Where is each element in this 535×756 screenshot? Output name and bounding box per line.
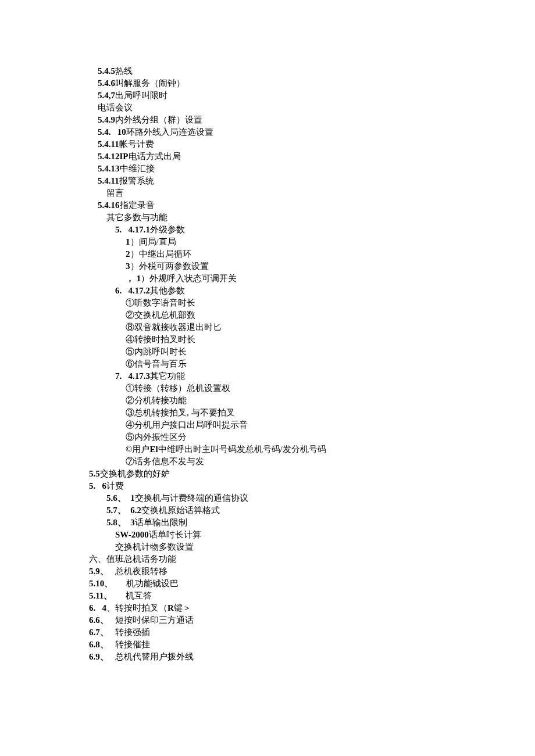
text-segment: 机互答 bbox=[126, 591, 152, 600]
text-segment: 交换机计物多数设置 bbox=[115, 542, 194, 551]
text-segment: 其他参数 bbox=[150, 286, 185, 295]
text-segment: ③总机转接拍叉, 与不要拍叉 bbox=[126, 408, 235, 417]
document-page: 5.4.5热线5.4.6叫解服务（闹钟）5.4,7出局呼叫限时电话会议5.4.9… bbox=[0, 0, 535, 663]
text-segment: 6.8、 bbox=[89, 640, 115, 649]
text-segment: 机功能钺设巴 bbox=[126, 579, 179, 588]
text-segment: 5.4. 10 bbox=[98, 127, 126, 137]
text-line: ④分机用户接口出局呼叫提示音 bbox=[126, 419, 488, 431]
text-line: 6. 4、转按时拍叉（R键＞ bbox=[89, 602, 488, 614]
text-segment: 交换机原始话箅格式 bbox=[141, 506, 220, 515]
text-segment: 短按吋保印三方通话 bbox=[115, 615, 194, 625]
text-segment: 6. 4.17.2 bbox=[115, 286, 150, 295]
text-line: 5.4.5热线 bbox=[98, 65, 488, 77]
text-line: ②分机转接功能 bbox=[126, 395, 488, 407]
text-line: 5.9、 总机夜眼转移 bbox=[89, 565, 488, 578]
text-line: ①听数字语音时长 bbox=[126, 297, 488, 309]
text-line: 6. 4.17.2其他参数 bbox=[115, 285, 488, 297]
text-line: 留言 bbox=[106, 187, 488, 199]
text-line: ⑤内跳呼叫时长 bbox=[126, 346, 488, 358]
text-line: 5.10、 机功能钺设巴 bbox=[89, 578, 488, 590]
text-line: 交换机计物多数设置 bbox=[115, 541, 488, 553]
text-segment: 5.4.9 bbox=[98, 115, 115, 124]
text-line: 5.6、 1交换机与计费终端的通信协议 bbox=[106, 492, 488, 504]
text-segment: ⑧双音就接收器退出时匕 bbox=[126, 323, 222, 332]
text-segment: 1 bbox=[126, 237, 130, 246]
text-line: ①转接（转移）总机设置权 bbox=[126, 382, 488, 395]
text-segment: ©用户 bbox=[126, 445, 149, 454]
text-segment: 其它功能 bbox=[150, 371, 185, 381]
text-segment: 5. 4.17.1 bbox=[115, 225, 150, 234]
text-segment: R bbox=[167, 603, 174, 612]
text-segment: ）间局/直局 bbox=[130, 237, 176, 246]
text-line: ④转接时拍叉时长 bbox=[126, 334, 488, 346]
text-segment: 帐号计费 bbox=[119, 139, 154, 149]
text-line: ， 1）外规呼入状态可调开关 bbox=[126, 273, 488, 285]
text-segment: 3 bbox=[126, 261, 130, 271]
text-line: 六、值班总机话务功能 bbox=[89, 553, 488, 565]
text-segment: ②分机转接功能 bbox=[126, 396, 187, 405]
text-segment: 热线 bbox=[115, 66, 133, 76]
text-segment: 电话会议 bbox=[98, 103, 133, 112]
text-line: 其它多数与功能 bbox=[106, 212, 488, 224]
text-segment: ②交换机总机部数 bbox=[126, 310, 195, 320]
text-line: ③总机转接拍叉, 与不要拍叉 bbox=[126, 407, 488, 419]
text-line: 3）外税可两参数设置 bbox=[126, 260, 488, 273]
text-segment: 总机夜眼转移 bbox=[115, 567, 167, 576]
text-segment: 5.4.11 bbox=[98, 139, 119, 149]
text-segment: 5.4.5 bbox=[98, 66, 115, 76]
text-segment: 5.5 bbox=[89, 469, 100, 478]
text-segment: 转接催挂 bbox=[115, 640, 150, 649]
text-segment: 5.4.12IP bbox=[98, 152, 129, 161]
text-segment: 5.4.16 bbox=[98, 200, 120, 210]
text-line: 5.4,7出局呼叫限时 bbox=[98, 89, 488, 102]
text-segment: 转接强插 bbox=[115, 628, 150, 637]
text-segment: 中维呼出时主叫号码发总机号码/发分机号码 bbox=[158, 445, 326, 454]
text-line: 6.6、 短按吋保印三方通话 bbox=[89, 614, 488, 626]
text-segment: 5.4,7 bbox=[98, 91, 115, 100]
text-segment: 2 bbox=[126, 249, 130, 259]
text-line: 6.8、 转接催挂 bbox=[89, 639, 488, 651]
text-segment: 5.4.11 bbox=[98, 176, 119, 185]
text-line: 5.4.9内外线分组（群）设置 bbox=[98, 114, 488, 126]
text-segment: 6.6、 bbox=[89, 615, 115, 625]
text-line: 5.7、 6.2交换机原始话箅格式 bbox=[106, 504, 488, 517]
text-segment: 留言 bbox=[106, 188, 124, 198]
text-line: ⑤内外振性区分 bbox=[126, 431, 488, 443]
text-segment: 内外线分组（群）设置 bbox=[115, 115, 202, 124]
text-segment: 交换机参数的好妒 bbox=[100, 469, 170, 478]
text-line: 5.4. 10环路外线入局连选设置 bbox=[98, 126, 488, 138]
text-line: 5.11、 机互答 bbox=[89, 590, 488, 602]
text-line: 2）中继出局循环 bbox=[126, 248, 488, 260]
text-segment: 6.7、 bbox=[89, 628, 115, 637]
text-line: 5. 4.17.1外级参数 bbox=[115, 224, 488, 236]
text-line: 5.4.11报警系统 bbox=[98, 175, 488, 187]
text-segment: 其它多数与功能 bbox=[106, 213, 167, 222]
text-segment: ⑤内外振性区分 bbox=[126, 432, 187, 442]
text-segment: 6. 4 bbox=[89, 603, 106, 612]
text-segment: ④分机用户接口出局呼叫提示音 bbox=[126, 420, 248, 429]
text-segment: 、转按时拍叉（ bbox=[106, 603, 167, 612]
text-line: 电话会议 bbox=[98, 102, 488, 114]
text-segment: 键＞ bbox=[174, 603, 191, 612]
text-segment: 5.4.6 bbox=[98, 78, 115, 88]
text-segment: SW-2000 bbox=[115, 530, 149, 539]
text-segment: ， 1 bbox=[126, 274, 141, 283]
text-line: 5.4.13中维汇接 bbox=[98, 163, 488, 175]
text-segment: 报警系统 bbox=[119, 176, 154, 185]
text-line: 5.4.16指定录音 bbox=[98, 199, 488, 212]
text-segment: 6.9、 bbox=[89, 652, 115, 661]
text-line: 5.4.6叫解服务（闹钟） bbox=[98, 77, 488, 89]
text-segment: 环路外线入局连选设置 bbox=[126, 127, 213, 137]
text-line: ©用户El中维呼出时主叫号码发总机号码/发分机号码 bbox=[126, 443, 488, 456]
text-segment: ①听数字语音时长 bbox=[126, 298, 195, 307]
text-segment: 话单吋长计算 bbox=[149, 530, 201, 539]
text-segment: ）外规呼入状态可调开关 bbox=[141, 274, 237, 283]
text-line: 5.4.12IP电话方式出局 bbox=[98, 151, 488, 163]
text-line: 7. 4.17.3其它功能 bbox=[115, 370, 488, 382]
text-segment: 话单输出限制 bbox=[135, 518, 187, 527]
text-segment: 7. 4.17.3 bbox=[115, 371, 150, 381]
text-line: 5.8、 3话单输出限制 bbox=[106, 517, 488, 529]
text-segment: 计费 bbox=[106, 481, 124, 490]
text-segment: 5. 6 bbox=[89, 481, 106, 490]
text-segment: ⑤内跳呼叫时长 bbox=[126, 347, 187, 356]
